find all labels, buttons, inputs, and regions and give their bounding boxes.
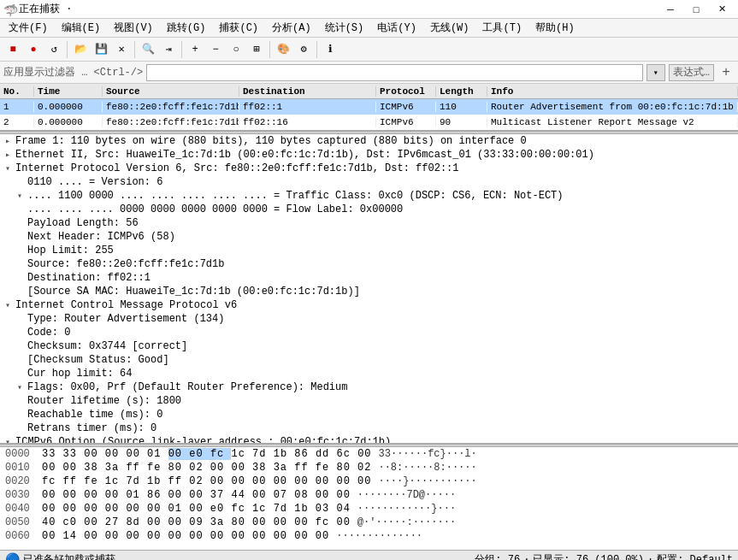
detail-text: 0110 .... = Version: 6 xyxy=(27,176,162,188)
maximize-button[interactable]: □ xyxy=(683,0,709,19)
packet-cell-source: fe80::2e0:fcff:fe1c:7d1b xyxy=(103,102,239,112)
detail-text: Flags: 0x00, Prf (Default Router Prefere… xyxy=(27,381,347,393)
list-item[interactable]: Hop Limit: 255 xyxy=(0,244,738,257)
filter-dropdown-button[interactable]: ▾ xyxy=(646,64,665,81)
zoom-in-button[interactable]: + xyxy=(186,40,204,59)
menu-item-帮助[interactable]: 帮助(H) xyxy=(528,19,582,37)
list-item[interactable]: [Checksum Status: Good] xyxy=(0,353,738,367)
menu-bar: 文件(F)编辑(E)视图(V)跳转(G)捕获(C)分析(A)统计(S)电话(Y)… xyxy=(0,19,738,38)
packet-cell-protocol: ICMPv6 xyxy=(376,117,436,127)
expand-arrow-open: ▾ xyxy=(5,300,15,310)
packet-rows: 10.000000fe80::2e0:fcff:fe1c:7d1bff02::1… xyxy=(0,99,738,130)
list-item[interactable]: ▾ ICMPv6 Option (Source link-layer addre… xyxy=(0,435,738,444)
expand-arrow-open: ▾ xyxy=(17,382,27,392)
hex-bytes[interactable]: 33 33 00 00 00 01 00 e0 fc 1c 7d 1b 86 d… xyxy=(42,448,372,460)
expression-button[interactable]: 表达式… xyxy=(669,64,714,81)
list-item[interactable]: ▾ Internet Protocol Version 6, Src: fe80… xyxy=(0,162,738,175)
hex-ascii: ········7D@····· xyxy=(357,489,456,501)
list-item[interactable]: Checksum: 0x3744 [correct] xyxy=(0,339,738,353)
color-rules-button[interactable]: 🎨 xyxy=(274,40,292,59)
hex-row: 006000 14 00 00 00 00 00 00 00 00 00 00 … xyxy=(0,529,738,543)
start-capture-button[interactable]: ● xyxy=(24,40,43,59)
zoom-normal-button[interactable]: ○ xyxy=(227,40,245,59)
menu-item-统计[interactable]: 统计(S) xyxy=(318,19,371,37)
menu-item-编辑[interactable]: 编辑(E) xyxy=(55,19,108,37)
list-item[interactable]: Code: 0 xyxy=(0,326,738,339)
menu-item-视图[interactable]: 视图(V) xyxy=(107,19,160,37)
hex-ascii: @·'·····:······· xyxy=(357,516,456,528)
status-bar: 🔵 已准备好加载或捕获 分组: 76 · 已显示: 76 (100.0%) · … xyxy=(0,550,738,560)
resize-columns-button[interactable]: ⊞ xyxy=(247,40,266,59)
col-length: Length xyxy=(436,86,487,97)
menu-item-工具[interactable]: 工具(T) xyxy=(475,19,528,37)
prefs-button[interactable]: ⚙ xyxy=(294,40,313,59)
detail-text: Type: Router Advertisement (134) xyxy=(27,313,224,325)
menu-item-无线[interactable]: 无线(W) xyxy=(423,19,476,37)
about-button[interactable]: ℹ xyxy=(321,40,339,59)
list-item[interactable]: ▸ Frame 1: 110 bytes on wire (880 bits),… xyxy=(0,134,738,148)
menu-item-分析[interactable]: 分析(A) xyxy=(265,19,318,37)
expand-arrow-closed: ▸ xyxy=(5,136,15,146)
hex-bytes[interactable]: 00 00 38 3a ff fe 80 02 00 00 38 3a ff f… xyxy=(42,462,371,474)
menu-item-跳转[interactable]: 跳转(G) xyxy=(160,19,213,37)
detail-text: Cur hop limit: 64 xyxy=(27,368,132,380)
goto-button[interactable]: ⇥ xyxy=(159,40,178,59)
hex-bytes[interactable]: 00 14 00 00 00 00 00 00 00 00 00 00 00 0… xyxy=(42,530,329,542)
hex-offset: 0060 xyxy=(5,530,35,542)
list-item[interactable]: Source: fe80::2e0:fcff:fe1c:7d1b xyxy=(0,257,738,271)
save-file-button[interactable]: 💾 xyxy=(92,40,110,59)
toolbar-separator-1 xyxy=(67,41,68,58)
expand-arrow-closed: ▸ xyxy=(5,150,15,160)
list-item[interactable]: [Source SA MAC: HuaweiTe_1c:7d:1b (00:e0… xyxy=(0,285,738,298)
detail-text: [Source SA MAC: HuaweiTe_1c:7d:1b (00:e0… xyxy=(27,286,360,298)
list-item[interactable]: 0110 .... = Version: 6 xyxy=(0,175,738,189)
hex-row: 005040 c0 00 27 8d 00 00 09 3a 80 00 00 … xyxy=(0,516,738,529)
hex-bytes[interactable]: 00 00 00 00 00 00 01 00 e0 fc 1c 7d 1b 0… xyxy=(42,503,351,515)
status-separator-2: · xyxy=(647,554,653,561)
expand-arrow-open: ▾ xyxy=(17,191,27,201)
hex-row: 0020fc ff fe 1c 7d 1b ff 02 00 00 00 00 … xyxy=(0,475,738,488)
table-row[interactable]: 10.000000fe80::2e0:fcff:fe1c:7d1bff02::1… xyxy=(0,99,738,115)
hex-bytes[interactable]: 40 c0 00 27 8d 00 00 09 3a 80 00 00 00 f… xyxy=(42,516,351,528)
list-item[interactable]: Retrans timer (ms): 0 xyxy=(0,421,738,435)
menu-item-文件[interactable]: 文件(F) xyxy=(2,19,55,37)
detail-text: Reachable time (ms): 0 xyxy=(27,409,162,421)
list-item[interactable]: Next Header: ICMPv6 (58) xyxy=(0,230,738,244)
list-item[interactable]: ▾ .... 1100 0000 .... .... .... .... ...… xyxy=(0,189,738,203)
close-button-2[interactable]: ✕ xyxy=(112,40,131,59)
restart-button[interactable]: ↺ xyxy=(44,40,63,59)
close-button[interactable]: ✕ xyxy=(709,0,735,19)
find-button[interactable]: 🔍 xyxy=(139,40,157,59)
list-item[interactable]: Reachable time (ms): 0 xyxy=(0,408,738,421)
title-bar-controls: ─ □ ✕ xyxy=(658,0,735,19)
status-text: 已准备好加载或捕获 xyxy=(23,552,471,560)
list-item[interactable]: ▾ Internet Control Message Protocol v6 xyxy=(0,298,738,312)
list-item[interactable]: ▸ Ethernet II, Src: HuaweiTe_1c:7d:1b (0… xyxy=(0,148,738,162)
zoom-out-button[interactable]: − xyxy=(206,40,225,59)
filter-label: 应用显示过滤器 … <Ctrl-/> xyxy=(3,65,143,80)
list-item[interactable]: ▾ Flags: 0x00, Prf (Default Router Prefe… xyxy=(0,380,738,394)
menu-item-电话[interactable]: 电话(Y) xyxy=(370,19,423,37)
list-item[interactable]: .... .... .... 0000 0000 0000 0000 0000 … xyxy=(0,203,738,216)
hex-row: 004000 00 00 00 00 00 01 00 e0 fc 1c 7d … xyxy=(0,502,738,516)
stop-capture-button[interactable]: ■ xyxy=(3,40,22,59)
hex-bytes[interactable]: fc ff fe 1c 7d 1b ff 02 00 00 00 00 00 0… xyxy=(42,475,371,487)
list-item[interactable]: Type: Router Advertisement (134) xyxy=(0,312,738,326)
open-file-button[interactable]: 📂 xyxy=(71,40,90,59)
list-item[interactable]: Destination: ff02::1 xyxy=(0,271,738,285)
hex-bytes[interactable]: 00 00 00 00 01 86 00 00 37 44 00 07 08 0… xyxy=(42,489,351,501)
detail-text: [Checksum Status: Good] xyxy=(27,354,169,366)
filter-input[interactable] xyxy=(146,64,643,81)
status-groups: 分组: 76 xyxy=(475,552,520,560)
list-item[interactable]: Cur hop limit: 64 xyxy=(0,367,738,380)
table-row[interactable]: 20.000000fe80::2e0:fcff:fe1c:7d1bff02::1… xyxy=(0,115,738,130)
list-item[interactable]: Router lifetime (s): 1800 xyxy=(0,394,738,408)
list-item[interactable]: Payload Length: 56 xyxy=(0,216,738,230)
packet-cell-no: 1 xyxy=(0,102,34,112)
detail-text: Checksum: 0x3744 [correct] xyxy=(27,340,187,352)
hex-offset: 0030 xyxy=(5,489,35,501)
add-filter-button[interactable]: + xyxy=(717,64,735,81)
toolbar-separator-4 xyxy=(269,41,270,58)
menu-item-捕获[interactable]: 捕获(C) xyxy=(212,19,265,37)
minimize-button[interactable]: ─ xyxy=(658,0,683,19)
